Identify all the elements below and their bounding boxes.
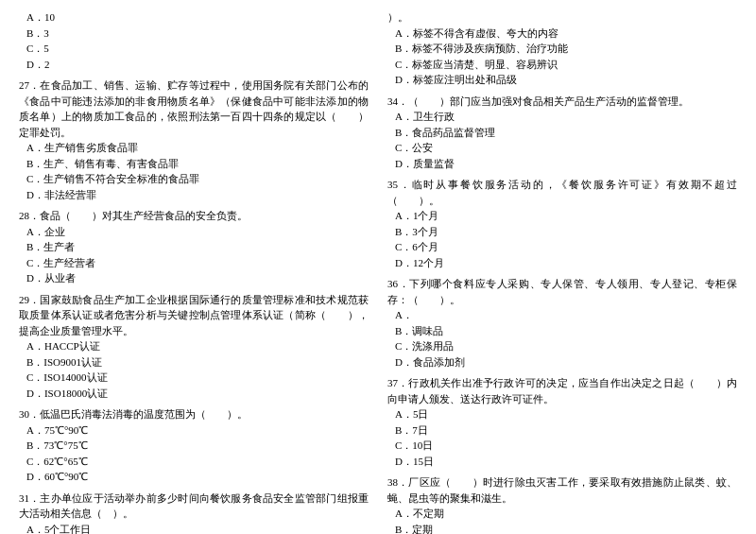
q35-opt-d: D．12个月 xyxy=(387,255,737,271)
q27-opt-a: A．生产销售劣质食品罪 xyxy=(19,140,369,156)
question-37: 37．行政机关作出准予行政许可的决定，应当自作出决定之日起（ ）内向申请人颁发、… xyxy=(387,375,737,469)
q30-text: 30．低温巴氏消毒法消毒的温度范围为（ ）。 xyxy=(19,406,369,422)
q29-opt-a: A．HACCP认证 xyxy=(19,338,369,354)
q36-text: 36．下列哪个食料应专人采购、专人保管、专人领用、专人登记、专柜保存：（ ）。 xyxy=(387,276,737,307)
q29-opt-c: C．ISO14000认证 xyxy=(19,370,369,386)
left-column: A．10 B．3 C．5 D．2 27．在食品加工、销售、运输、贮存等过程中，使… xyxy=(19,9,369,534)
option-d: D．2 xyxy=(19,57,369,73)
continuation-options: A．10 B．3 C．5 D．2 xyxy=(19,9,369,72)
q34-opt-a: A．卫生行政 xyxy=(387,109,737,125)
q33-cont-text: ）。 xyxy=(387,9,737,26)
q29-text: 29．国家鼓励食品生产加工企业根据国际通行的质量管理标准和技术规范获取质量体系认… xyxy=(19,292,369,339)
q38-text: 38．厂区应（ ）时进行除虫灭害工作，要采取有效措施防止鼠类、蚊、蝇、昆虫等的聚… xyxy=(387,474,737,506)
right-column: ）。 A．标签不得含有虚假、夸大的内容 B．标签不得涉及疾病预防、治疗功能 C．… xyxy=(387,9,737,534)
q37-opt-a: A．5日 xyxy=(387,406,737,422)
q28-opt-a: A．企业 xyxy=(19,224,369,240)
q35-opt-a: A．1个月 xyxy=(387,208,737,224)
q36-opt-c: C．洗涤用品 xyxy=(387,338,737,354)
q28-opt-c: C．生产经营者 xyxy=(19,255,369,271)
question-34: 34．（ ）部门应当加强对食品相关产品生产活动的监督管理。 A．卫生行政 B．食… xyxy=(387,94,737,172)
q28-opt-d: D．从业者 xyxy=(19,270,369,286)
q35-opt-c: C．6个月 xyxy=(387,239,737,255)
q31-text: 31．主办单位应于活动举办前多少时间向餐饮服务食品安全监管部门组报重大活动相关信… xyxy=(19,491,369,522)
q33-opt-c: C．标签应当清楚、明显、容易辨识 xyxy=(387,57,737,73)
question-31: 31．主办单位应于活动举办前多少时间向餐饮服务食品安全监管部门组报重大活动相关信… xyxy=(19,491,369,535)
q29-opt-b: B．ISO9001认证 xyxy=(19,354,369,370)
question-36: 36．下列哪个食料应专人采购、专人保管、专人领用、专人登记、专柜保存：（ ）。 … xyxy=(387,276,737,370)
q30-opt-d: D．60℃°90℃ xyxy=(19,469,369,485)
q37-opt-b: B．7日 xyxy=(387,422,737,439)
q38-opt-b: B．定期 xyxy=(387,522,737,535)
q37-opt-c: C．10日 xyxy=(387,438,737,454)
page: A．10 B．3 C．5 D．2 27．在食品加工、销售、运输、贮存等过程中，使… xyxy=(19,9,737,534)
q34-opt-c: C．公安 xyxy=(387,140,737,156)
question-29: 29．国家鼓励食品生产加工企业根据国际通行的质量管理标准和技术规范获取质量体系认… xyxy=(19,292,369,402)
q27-text: 27．在食品加工、销售、运输、贮存等过程中，使用国务院有关部门公布的《食品中可能… xyxy=(19,78,369,140)
q38-opt-a: A．不定期 xyxy=(387,506,737,522)
q34-opt-b: B．食品药品监督管理 xyxy=(387,125,737,141)
option-b: B．3 xyxy=(19,26,369,42)
q34-opt-d: D．质量监督 xyxy=(387,156,737,172)
q33-opt-b: B．标签不得涉及疾病预防、治疗功能 xyxy=(387,41,737,57)
q33-opt-d: D．标签应注明出处和品级 xyxy=(387,72,737,88)
q35-text: 35．临时从事餐饮服务活动的，《餐饮服务许可证》有效期不超过（ ）。 xyxy=(387,177,737,208)
question-28: 28．食品（ ）对其生产经营食品的安全负责。 A．企业 B．生产者 C．生产经营… xyxy=(19,208,369,286)
q33-opt-a: A．标签不得含有虚假、夸大的内容 xyxy=(387,26,737,42)
content-columns: A．10 B．3 C．5 D．2 27．在食品加工、销售、运输、贮存等过程中，使… xyxy=(19,9,737,534)
q34-text: 34．（ ）部门应当加强对食品相关产品生产活动的监督管理。 xyxy=(387,94,737,110)
q30-opt-c: C．62℃°65℃ xyxy=(19,454,369,470)
q37-opt-d: D．15日 xyxy=(387,454,737,470)
q28-opt-b: B．生产者 xyxy=(19,239,369,255)
q30-opt-b: B．73℃°75℃ xyxy=(19,438,369,454)
q28-text: 28．食品（ ）对其生产经营食品的安全负责。 xyxy=(19,208,369,224)
q35-opt-b: B．3个月 xyxy=(387,224,737,240)
question-38: 38．厂区应（ ）时进行除虫灭害工作，要采取有效措施防止鼠类、蚊、蝇、昆虫等的聚… xyxy=(387,474,737,534)
q36-opt-a: A． xyxy=(387,307,737,323)
q30-opt-a: A．75℃°90℃ xyxy=(19,422,369,439)
q27-opt-c: C．生产销售不符合安全标准的食品罪 xyxy=(19,171,369,187)
q37-text: 37．行政机关作出准予行政许可的决定，应当自作出决定之日起（ ）内向申请人颁发、… xyxy=(387,375,737,406)
q29-opt-d: D．ISO18000认证 xyxy=(19,386,369,402)
question-35: 35．临时从事餐饮服务活动的，《餐饮服务许可证》有效期不超过（ ）。 A．1个月… xyxy=(387,177,737,270)
q27-opt-d: D．非法经营罪 xyxy=(19,187,369,203)
q31-opt-a: A．5个工作日 xyxy=(19,522,369,535)
question-30: 30．低温巴氏消毒法消毒的温度范围为（ ）。 A．75℃°90℃ B．73℃°7… xyxy=(19,406,369,485)
q33-continuation: ）。 A．标签不得含有虚假、夸大的内容 B．标签不得涉及疾病预防、治疗功能 C．… xyxy=(387,9,737,88)
option-c: C．5 xyxy=(19,41,369,57)
q36-opt-d: D．食品添加剂 xyxy=(387,354,737,370)
question-27: 27．在食品加工、销售、运输、贮存等过程中，使用国务院有关部门公布的《食品中可能… xyxy=(19,78,369,202)
q36-opt-b: B．调味品 xyxy=(387,323,737,339)
q27-opt-b: B．生产、销售有毒、有害食品罪 xyxy=(19,156,369,172)
option-a: A．10 xyxy=(19,9,369,26)
